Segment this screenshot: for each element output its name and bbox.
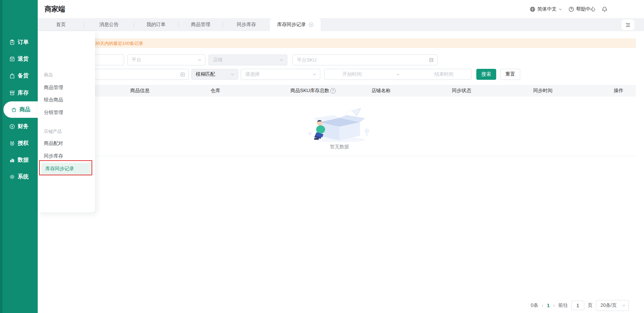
goto-page-input[interactable]: [571, 301, 584, 310]
platform-select-placeholder: 平台: [128, 57, 198, 63]
sidebar-item-data[interactable]: 数据: [0, 152, 38, 168]
help-center[interactable]: 帮助中心: [569, 0, 595, 18]
chevron-down-icon: [559, 8, 562, 11]
tab-label: 消息公告: [99, 22, 119, 28]
platform-sku-input[interactable]: [293, 54, 438, 65]
match-mode-value: 模糊匹配: [192, 71, 230, 77]
tab-announcements[interactable]: 消息公告: [84, 18, 134, 31]
chevron-down-icon: [230, 72, 235, 76]
sidebar-item-label: 数据: [18, 156, 29, 164]
flyout-item-product-management[interactable]: 商品管理: [38, 82, 95, 94]
tab-label: 同步库存: [237, 22, 256, 28]
data-chart-icon: [9, 157, 15, 163]
notice-bar: 近30天内的最近100条记录: [44, 38, 636, 48]
tab-product-management[interactable]: 商品管理: [178, 18, 223, 31]
prev-page-button[interactable]: ‹: [542, 303, 544, 308]
platform-select[interactable]: 平台: [127, 54, 205, 65]
column-warehouse: 仓库: [211, 85, 220, 97]
reset-button[interactable]: 重置: [500, 69, 520, 80]
sidebar-item-products[interactable]: 商品: [3, 101, 38, 118]
goto-label: 前往: [558, 302, 568, 309]
shop-select[interactable]: 店铺: [208, 54, 287, 65]
chevron-down-icon: [312, 72, 317, 76]
top-header: 商家端 简体中文 帮助中心 1: [38, 0, 644, 18]
tab-inventory-sync-records-active[interactable]: 库存同步记录: [270, 18, 321, 31]
search-button-label: 搜索: [481, 71, 491, 77]
flyout-item-combo-products[interactable]: 组合商品: [38, 94, 95, 106]
products-flyout-menu: 商品 商品管理 组合商品 分组管理 店铺产品 商品配对 同步库存 库存同步记录: [38, 31, 95, 212]
question-circle-icon: [569, 7, 574, 12]
help-icon[interactable]: ?: [330, 88, 336, 93]
flyout-item-product-matching[interactable]: 商品配对: [38, 137, 95, 150]
flyout-group-shop-products: 店铺产品: [44, 128, 62, 135]
pagination: 0条 ‹ 1 › 前往 页 20条/页: [531, 300, 629, 311]
sidebar-item-label: 授权: [18, 140, 29, 147]
sidebar-item-returns[interactable]: 退货: [0, 51, 38, 67]
batch-input-icon[interactable]: [180, 72, 185, 77]
sidebar-item-label: 订单: [18, 39, 29, 46]
empty-state-illustration: [305, 107, 374, 143]
authorization-badge-icon: [9, 140, 15, 146]
stocking-bag-icon: [9, 73, 15, 79]
batch-input-icon[interactable]: [429, 58, 434, 63]
date-range-separator: -: [397, 72, 399, 77]
system-gear-icon: [9, 174, 15, 180]
column-shop-name: 店铺名称: [371, 85, 391, 97]
sidebar-item-authorization[interactable]: 授权: [0, 135, 38, 151]
sidebar-item-inventory[interactable]: 库存: [0, 85, 38, 101]
tab-my-orders[interactable]: 我的订单: [134, 18, 178, 31]
sidebar-item-orders[interactable]: 订单: [0, 34, 38, 50]
notifications-button[interactable]: [601, 0, 608, 18]
flyout-item-group-management[interactable]: 分组管理: [38, 107, 95, 119]
match-mode-select[interactable]: 模糊匹配: [191, 69, 238, 80]
sidebar-item-label: 商品: [20, 106, 31, 113]
orders-icon: [9, 39, 15, 45]
products-icon: [11, 107, 17, 113]
table-header: 商品信息 仓库 商品SKU库存总数 ? 店铺名称 同步状态 同步时间 操作: [38, 85, 636, 97]
chevron-down-icon: [198, 58, 202, 62]
column-sync-time: 同步时间: [533, 85, 552, 97]
empty-state-text: 暂无数据: [330, 144, 349, 150]
hamburger-icon: [625, 23, 631, 27]
tab-label: 商品管理: [191, 22, 210, 28]
sidebar-item-label: 库存: [18, 89, 29, 97]
sidebar-item-stocking[interactable]: 备货: [0, 67, 38, 84]
empty-box-image: [305, 107, 374, 143]
total-count: 0条: [531, 302, 538, 309]
flyout-item-inventory-sync-records[interactable]: 库存同步记录: [41, 163, 92, 175]
tab-close-icon[interactable]: [309, 22, 313, 27]
flyout-group-products: 商品: [44, 72, 53, 78]
tab-label: 首页: [56, 22, 66, 28]
start-time-placeholder[interactable]: 开始时间: [343, 71, 362, 77]
sidebar-item-system[interactable]: 系统: [0, 168, 38, 185]
page-unit-label: 页: [588, 302, 593, 309]
chevron-down-icon: [622, 303, 626, 308]
date-range-picker[interactable]: 开始时间 - 结束时间: [324, 69, 472, 80]
shop-select-placeholder: 店铺: [209, 57, 279, 63]
flyout-item-sync-inventory[interactable]: 同步库存: [38, 150, 95, 162]
search-button[interactable]: 搜索: [476, 69, 496, 80]
column-product-info: 商品信息: [130, 85, 150, 97]
tab-sync-inventory[interactable]: 同步库存: [223, 18, 270, 31]
tab-home[interactable]: 首页: [38, 18, 84, 31]
help-center-label: 帮助中心: [576, 6, 595, 12]
reset-button-label: 重置: [505, 71, 515, 77]
sidebar-item-finance[interactable]: 财务: [0, 118, 38, 135]
page-size-select[interactable]: 20条/页: [596, 300, 629, 311]
globe-icon: [530, 7, 535, 12]
column-sync-status: 同步状态: [452, 85, 471, 97]
column-actions: 操作: [614, 85, 623, 97]
sidebar-nav: 订单 退货 备货 库存 商: [0, 0, 38, 313]
page-title: 商家端: [45, 4, 65, 14]
next-page-button[interactable]: ›: [553, 303, 555, 308]
language-switcher[interactable]: 简体中文: [530, 0, 562, 18]
status-select[interactable]: 请选择: [241, 69, 320, 80]
sidebar-item-label: 系统: [18, 173, 29, 180]
end-time-placeholder[interactable]: 结束时间: [434, 71, 453, 77]
table-bottom-border: [38, 156, 636, 156]
tab-list-menu-button[interactable]: [621, 20, 634, 30]
current-page[interactable]: 1: [547, 303, 550, 308]
inventory-box-icon: [9, 90, 15, 96]
platform-sku-field[interactable]: [293, 55, 429, 65]
column-sku-stock-total: 商品SKU库存总数 ?: [290, 85, 336, 97]
